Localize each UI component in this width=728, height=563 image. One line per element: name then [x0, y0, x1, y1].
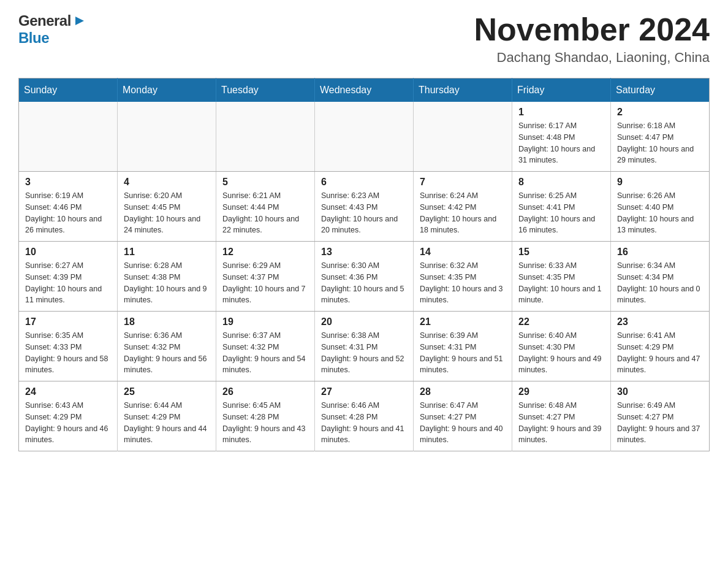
calendar-cell: 24Sunrise: 6:43 AM Sunset: 4:29 PM Dayli…: [19, 381, 118, 451]
day-number: 30: [617, 386, 703, 397]
day-info: Sunrise: 6:33 AM Sunset: 4:35 PM Dayligh…: [518, 260, 604, 306]
calendar-week-row: 17Sunrise: 6:35 AM Sunset: 4:33 PM Dayli…: [19, 312, 710, 381]
title-section: November 2024 Dachang Shandao, Liaoning,…: [474, 12, 710, 66]
calendar-week-row: 3Sunrise: 6:19 AM Sunset: 4:46 PM Daylig…: [19, 172, 710, 242]
calendar-cell: 21Sunrise: 6:39 AM Sunset: 4:31 PM Dayli…: [414, 312, 512, 381]
day-info: Sunrise: 6:38 AM Sunset: 4:31 PM Dayligh…: [321, 330, 407, 376]
calendar-cell: [216, 102, 315, 172]
day-info: Sunrise: 6:47 AM Sunset: 4:27 PM Dayligh…: [420, 400, 506, 446]
day-info: Sunrise: 6:32 AM Sunset: 4:35 PM Dayligh…: [420, 260, 506, 306]
day-number: 1: [518, 107, 604, 118]
calendar-cell: 30Sunrise: 6:49 AM Sunset: 4:27 PM Dayli…: [611, 381, 710, 451]
calendar-cell: 29Sunrise: 6:48 AM Sunset: 4:27 PM Dayli…: [512, 381, 611, 451]
day-info: Sunrise: 6:23 AM Sunset: 4:43 PM Dayligh…: [321, 190, 407, 236]
day-info: Sunrise: 6:43 AM Sunset: 4:29 PM Dayligh…: [25, 400, 111, 446]
day-info: Sunrise: 6:19 AM Sunset: 4:46 PM Dayligh…: [25, 190, 111, 236]
day-info: Sunrise: 6:36 AM Sunset: 4:32 PM Dayligh…: [124, 330, 210, 376]
day-info: Sunrise: 6:18 AM Sunset: 4:47 PM Dayligh…: [617, 120, 703, 166]
day-info: Sunrise: 6:45 AM Sunset: 4:28 PM Dayligh…: [222, 400, 308, 446]
day-info: Sunrise: 6:20 AM Sunset: 4:45 PM Dayligh…: [124, 190, 210, 236]
day-info: Sunrise: 6:40 AM Sunset: 4:30 PM Dayligh…: [518, 330, 604, 376]
calendar-cell: 3Sunrise: 6:19 AM Sunset: 4:46 PM Daylig…: [19, 172, 118, 242]
calendar-header-row: SundayMondayTuesdayWednesdayThursdayFrid…: [19, 79, 710, 102]
day-info: Sunrise: 6:30 AM Sunset: 4:36 PM Dayligh…: [321, 260, 407, 306]
svg-marker-0: [75, 17, 84, 25]
day-number: 17: [25, 316, 111, 327]
calendar-cell: 1Sunrise: 6:17 AM Sunset: 4:48 PM Daylig…: [512, 102, 611, 172]
page-header: General Blue November 2024 Dachang Shand…: [18, 12, 710, 66]
calendar-week-row: 1Sunrise: 6:17 AM Sunset: 4:48 PM Daylig…: [19, 102, 710, 172]
calendar-cell: 10Sunrise: 6:27 AM Sunset: 4:39 PM Dayli…: [19, 242, 118, 312]
calendar-cell: 20Sunrise: 6:38 AM Sunset: 4:31 PM Dayli…: [315, 312, 414, 381]
day-number: 26: [222, 386, 308, 397]
day-number: 5: [222, 177, 308, 188]
calendar-cell: 11Sunrise: 6:28 AM Sunset: 4:38 PM Dayli…: [118, 242, 216, 312]
day-number: 20: [321, 316, 407, 327]
day-number: 28: [420, 386, 506, 397]
calendar-week-row: 24Sunrise: 6:43 AM Sunset: 4:29 PM Dayli…: [19, 381, 710, 451]
calendar-cell: 2Sunrise: 6:18 AM Sunset: 4:47 PM Daylig…: [611, 102, 710, 172]
day-info: Sunrise: 6:48 AM Sunset: 4:27 PM Dayligh…: [518, 400, 604, 446]
day-number: 23: [617, 316, 703, 327]
calendar-cell: 7Sunrise: 6:24 AM Sunset: 4:42 PM Daylig…: [414, 172, 512, 242]
calendar-day-header: Wednesday: [315, 79, 414, 102]
calendar-cell: 18Sunrise: 6:36 AM Sunset: 4:32 PM Dayli…: [118, 312, 216, 381]
day-info: Sunrise: 6:28 AM Sunset: 4:38 PM Dayligh…: [124, 260, 210, 306]
day-number: 12: [222, 247, 308, 258]
day-info: Sunrise: 6:26 AM Sunset: 4:40 PM Dayligh…: [617, 190, 703, 236]
calendar-cell: [315, 102, 414, 172]
calendar-cell: 9Sunrise: 6:26 AM Sunset: 4:40 PM Daylig…: [611, 172, 710, 242]
calendar-cell: 27Sunrise: 6:46 AM Sunset: 4:28 PM Dayli…: [315, 381, 414, 451]
calendar-day-header: Tuesday: [216, 79, 315, 102]
day-info: Sunrise: 6:46 AM Sunset: 4:28 PM Dayligh…: [321, 400, 407, 446]
day-info: Sunrise: 6:34 AM Sunset: 4:34 PM Dayligh…: [617, 260, 703, 306]
day-number: 19: [222, 316, 308, 327]
day-number: 25: [124, 386, 210, 397]
day-info: Sunrise: 6:44 AM Sunset: 4:29 PM Dayligh…: [124, 400, 210, 446]
day-info: Sunrise: 6:35 AM Sunset: 4:33 PM Dayligh…: [25, 330, 111, 376]
logo-blue: Blue: [18, 29, 49, 47]
day-number: 9: [617, 177, 703, 188]
day-info: Sunrise: 6:41 AM Sunset: 4:29 PM Dayligh…: [617, 330, 703, 376]
calendar-cell: 15Sunrise: 6:33 AM Sunset: 4:35 PM Dayli…: [512, 242, 611, 312]
day-info: Sunrise: 6:39 AM Sunset: 4:31 PM Dayligh…: [420, 330, 506, 376]
calendar-cell: [414, 102, 512, 172]
calendar-cell: 4Sunrise: 6:20 AM Sunset: 4:45 PM Daylig…: [118, 172, 216, 242]
calendar-cell: [19, 102, 118, 172]
day-info: Sunrise: 6:29 AM Sunset: 4:37 PM Dayligh…: [222, 260, 308, 306]
day-number: 16: [617, 247, 703, 258]
day-number: 27: [321, 386, 407, 397]
day-number: 3: [25, 177, 111, 188]
calendar-cell: 16Sunrise: 6:34 AM Sunset: 4:34 PM Dayli…: [611, 242, 710, 312]
day-number: 22: [518, 316, 604, 327]
month-title: November 2024: [474, 12, 710, 47]
calendar-cell: [118, 102, 216, 172]
day-number: 15: [518, 247, 604, 258]
logo-arrow-icon: [73, 14, 86, 28]
day-number: 24: [25, 386, 111, 397]
calendar-cell: 19Sunrise: 6:37 AM Sunset: 4:32 PM Dayli…: [216, 312, 315, 381]
day-number: 4: [124, 177, 210, 188]
day-info: Sunrise: 6:49 AM Sunset: 4:27 PM Dayligh…: [617, 400, 703, 446]
logo: General Blue: [18, 12, 86, 47]
calendar-table: SundayMondayTuesdayWednesdayThursdayFrid…: [18, 78, 710, 451]
calendar-week-row: 10Sunrise: 6:27 AM Sunset: 4:39 PM Dayli…: [19, 242, 710, 312]
calendar-cell: 26Sunrise: 6:45 AM Sunset: 4:28 PM Dayli…: [216, 381, 315, 451]
calendar-day-header: Sunday: [19, 79, 118, 102]
calendar-cell: 25Sunrise: 6:44 AM Sunset: 4:29 PM Dayli…: [118, 381, 216, 451]
day-info: Sunrise: 6:37 AM Sunset: 4:32 PM Dayligh…: [222, 330, 308, 376]
calendar-cell: 13Sunrise: 6:30 AM Sunset: 4:36 PM Dayli…: [315, 242, 414, 312]
day-info: Sunrise: 6:17 AM Sunset: 4:48 PM Dayligh…: [518, 120, 604, 166]
calendar-cell: 17Sunrise: 6:35 AM Sunset: 4:33 PM Dayli…: [19, 312, 118, 381]
logo-general: General: [18, 12, 71, 29]
day-number: 8: [518, 177, 604, 188]
calendar-cell: 12Sunrise: 6:29 AM Sunset: 4:37 PM Dayli…: [216, 242, 315, 312]
calendar-cell: 5Sunrise: 6:21 AM Sunset: 4:44 PM Daylig…: [216, 172, 315, 242]
calendar-day-header: Monday: [118, 79, 216, 102]
day-info: Sunrise: 6:21 AM Sunset: 4:44 PM Dayligh…: [222, 190, 308, 236]
calendar-cell: 6Sunrise: 6:23 AM Sunset: 4:43 PM Daylig…: [315, 172, 414, 242]
calendar-cell: 8Sunrise: 6:25 AM Sunset: 4:41 PM Daylig…: [512, 172, 611, 242]
day-number: 18: [124, 316, 210, 327]
calendar-cell: 14Sunrise: 6:32 AM Sunset: 4:35 PM Dayli…: [414, 242, 512, 312]
day-number: 10: [25, 247, 111, 258]
